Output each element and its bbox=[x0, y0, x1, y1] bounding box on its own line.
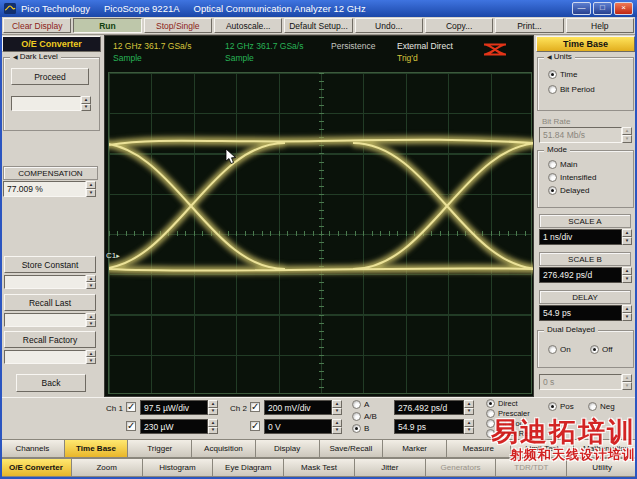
spin-up-icon[interactable]: ▲ bbox=[464, 419, 474, 427]
trigger-clock-rec-radio[interactable]: Clock Rec bbox=[486, 429, 532, 438]
tab-utility[interactable]: Utility bbox=[566, 458, 637, 477]
spin-down-icon[interactable]: ▼ bbox=[332, 427, 342, 435]
ch1-ground-marker[interactable]: C1▸ bbox=[106, 251, 120, 260]
recall-last-spinner[interactable]: ▲▼ bbox=[86, 313, 96, 327]
collapse-arrow-icon[interactable]: ◀ bbox=[547, 54, 552, 60]
ch2-scale-value[interactable]: 200 mV/div bbox=[264, 400, 332, 415]
spin-down-icon[interactable]: ▼ bbox=[86, 282, 96, 289]
ch2-offset-checkbox[interactable] bbox=[250, 421, 260, 431]
radio-icon[interactable] bbox=[548, 345, 557, 354]
delay-field[interactable]: 54.9 ps ▲▼ bbox=[539, 305, 632, 321]
tab-histogram[interactable]: Histogram bbox=[142, 458, 214, 477]
dark-level-spinner[interactable]: ▲▼ bbox=[81, 96, 91, 111]
tab-display[interactable]: Display bbox=[255, 439, 320, 458]
tab-eye-diagram[interactable]: Eye Diagram bbox=[212, 458, 284, 477]
tab-save-recall[interactable]: Save/Recall bbox=[319, 439, 384, 458]
trigger-b-radio[interactable]: B bbox=[352, 424, 369, 433]
radio-icon[interactable] bbox=[548, 160, 557, 169]
spin-down-icon[interactable]: ▼ bbox=[464, 427, 474, 435]
radio-icon[interactable] bbox=[486, 429, 495, 438]
dark-level-field[interactable]: ▲▼ bbox=[11, 96, 91, 111]
radio-icon[interactable] bbox=[486, 399, 495, 408]
radio-icon[interactable] bbox=[548, 186, 557, 195]
spin-down-icon[interactable]: ▼ bbox=[208, 408, 218, 416]
dual-off-radio[interactable]: Off bbox=[590, 345, 613, 354]
trigger-direct-radio[interactable]: Direct bbox=[486, 399, 518, 408]
autoscale-button[interactable]: Autoscale... bbox=[214, 18, 282, 33]
spin-up-icon[interactable]: ▲ bbox=[81, 96, 91, 104]
mode-main-radio[interactable]: Main bbox=[548, 160, 577, 169]
store-constant-button[interactable]: Store Constant bbox=[4, 256, 96, 273]
dual-on-radio[interactable]: On bbox=[548, 345, 571, 354]
tab-oe-converter[interactable]: O/E Converter bbox=[0, 458, 72, 477]
ch2-offset-value[interactable]: 0 V bbox=[264, 419, 332, 434]
scale-a-spinner[interactable]: ▲▼ bbox=[622, 229, 632, 245]
delay-value[interactable]: 54.9 ps bbox=[539, 305, 622, 321]
spin-up-icon[interactable]: ▲ bbox=[332, 400, 342, 408]
ch2-offset-spinner[interactable]: ▲▼ bbox=[332, 419, 342, 434]
spin-up-icon[interactable]: ▲ bbox=[622, 267, 632, 275]
spin-up-icon[interactable]: ▲ bbox=[86, 313, 96, 320]
dark-level-value[interactable] bbox=[11, 96, 81, 111]
spin-down-icon[interactable]: ▼ bbox=[622, 275, 632, 283]
tab-mathematics[interactable]: Mathematics bbox=[573, 439, 637, 458]
store-constant-field[interactable]: ▲▼ bbox=[4, 275, 96, 289]
spin-up-icon[interactable]: ▲ bbox=[332, 419, 342, 427]
spin-down-icon[interactable]: ▼ bbox=[464, 408, 474, 416]
timebase-delay-value[interactable]: 54.9 ps bbox=[394, 419, 464, 434]
spin-up-icon[interactable]: ▲ bbox=[208, 419, 218, 427]
spin-down-icon[interactable]: ▼ bbox=[86, 189, 96, 197]
trigger-ab-radio[interactable]: A/B bbox=[352, 412, 377, 421]
spin-up-icon[interactable]: ▲ bbox=[86, 181, 96, 189]
timebase-scale-value[interactable]: 276.492 ps/d bbox=[394, 400, 464, 415]
ch2-scale-spinner[interactable]: ▲▼ bbox=[332, 400, 342, 415]
tab-trigger[interactable]: Trigger bbox=[127, 439, 192, 458]
ch1-offset-value[interactable]: 230 µW bbox=[140, 419, 208, 434]
units-bit-period-radio[interactable]: Bit Period bbox=[548, 85, 595, 94]
print-button[interactable]: Print... bbox=[495, 18, 563, 33]
tab-acquisition[interactable]: Acquisition bbox=[191, 439, 256, 458]
radio-icon[interactable] bbox=[486, 419, 495, 428]
ch1-offset-spinner[interactable]: ▲▼ bbox=[208, 419, 218, 434]
recall-last-button[interactable]: Recall Last bbox=[4, 294, 96, 311]
scale-b-value[interactable]: 276.492 ps/d bbox=[539, 267, 622, 283]
slope-pos-radio[interactable]: Pos bbox=[548, 402, 574, 411]
spin-down-icon[interactable]: ▼ bbox=[622, 313, 632, 321]
recall-factory-spinner[interactable]: ▲▼ bbox=[86, 350, 96, 364]
compensation-value[interactable]: 77.009 % bbox=[3, 181, 86, 197]
radio-icon[interactable] bbox=[486, 409, 495, 418]
radio-icon[interactable] bbox=[352, 412, 361, 421]
recall-factory-button[interactable]: Recall Factory bbox=[4, 331, 96, 348]
radio-icon[interactable] bbox=[588, 402, 597, 411]
radio-icon[interactable] bbox=[548, 85, 557, 94]
copy-button[interactable]: Copy... bbox=[425, 18, 493, 33]
tab-marker[interactable]: Marker bbox=[382, 439, 447, 458]
compensation-spinner[interactable]: ▲▼ bbox=[86, 181, 96, 197]
radio-icon[interactable] bbox=[352, 424, 361, 433]
compensation-field[interactable]: 77.009 % ▲▼ bbox=[3, 181, 96, 197]
slope-neg-radio[interactable]: Neg bbox=[588, 402, 615, 411]
recall-last-value[interactable] bbox=[4, 313, 86, 327]
minimize-button[interactable]: — bbox=[572, 2, 591, 15]
units-time-radio[interactable]: Time bbox=[548, 70, 577, 79]
spin-up-icon[interactable]: ▲ bbox=[86, 275, 96, 282]
back-button[interactable]: Back bbox=[16, 374, 86, 392]
delay-spinner[interactable]: ▲▼ bbox=[622, 305, 632, 321]
spin-down-icon[interactable]: ▼ bbox=[208, 427, 218, 435]
scale-b-spinner[interactable]: ▲▼ bbox=[622, 267, 632, 283]
spin-up-icon[interactable]: ▲ bbox=[464, 400, 474, 408]
spin-up-icon[interactable]: ▲ bbox=[86, 350, 96, 357]
radio-icon[interactable] bbox=[548, 70, 557, 79]
ch2-scale-field[interactable]: 200 mV/div ▲▼ bbox=[264, 400, 342, 415]
spin-down-icon[interactable]: ▼ bbox=[86, 320, 96, 327]
mode-delayed-radio[interactable]: Delayed bbox=[548, 186, 589, 195]
spin-down-icon[interactable]: ▼ bbox=[332, 408, 342, 416]
spin-down-icon[interactable]: ▼ bbox=[622, 237, 632, 245]
ch1-offset-field[interactable]: 230 µW ▲▼ bbox=[140, 419, 218, 434]
trigger-a-radio[interactable]: A bbox=[352, 400, 369, 409]
recall-factory-field[interactable]: ▲▼ bbox=[4, 350, 96, 364]
proceed-button[interactable]: Proceed bbox=[11, 68, 89, 85]
spin-up-icon[interactable]: ▲ bbox=[622, 229, 632, 237]
trigger-prescaler-radio[interactable]: Prescaler bbox=[486, 409, 530, 418]
radio-icon[interactable] bbox=[548, 173, 557, 182]
